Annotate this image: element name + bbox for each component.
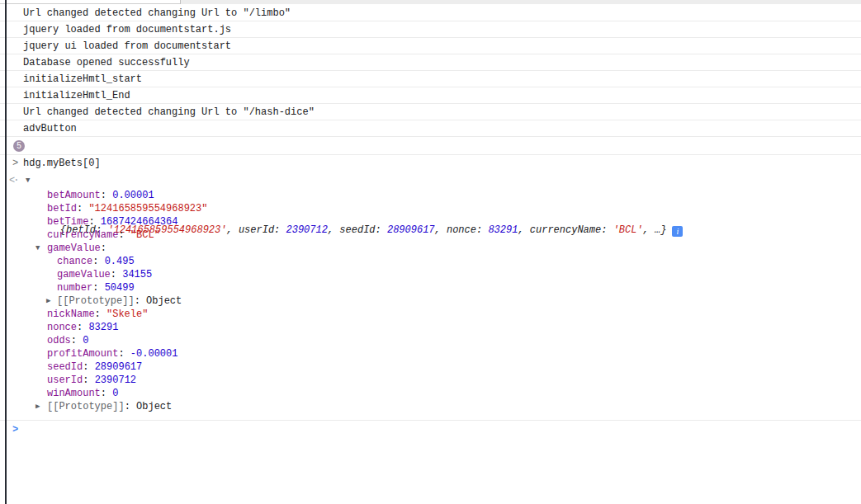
expand-arrow-icon[interactable] [35,242,40,255]
tree-row: chance0.495 [0,255,861,268]
command-text: hdg.myBets[0] [23,158,101,169]
command-chevron-icon [12,155,18,172]
console-command-row: hdg.myBets[0] [0,155,861,172]
tree-row: nonce83291 [0,321,861,334]
toolbar-bottom-edge-right [180,0,861,4]
console-log-row: Url changed detected changing Url to "/l… [0,5,861,21]
tree-row-prototype: [[Prototype]]Object [0,400,861,413]
console-message-list: Url changed detected changing Url to "/l… [0,5,861,438]
tree-row: profitAmount-0.00001 [0,347,861,360]
tree-row: betTime1687424664364 [0,215,861,228]
prompt-chevron-icon [12,421,18,439]
tree-row: gameValue34155 [0,268,861,281]
console-log-row: Database opened successfully [0,54,861,71]
tree-row: betAmount0.00001 [0,189,861,202]
tree-row: seedId28909617 [0,360,861,374]
console-log-row: Url changed detected changing Url to "/h… [0,104,861,120]
panel-left-divider [5,0,7,504]
tree-row: currencyName"BCL" [0,228,861,242]
tree-row: winAmount0 [0,387,861,400]
console-log-row: advButton [0,120,861,137]
console-log-row: jquery ui loaded from documentstart [0,38,861,54]
object-tree: betAmount0.00001 betId"12416585955496892… [0,189,861,413]
console-log-row: initializeHmtl_start [0,71,861,87]
console-log-row: jquery loaded from documentstart.js [0,21,861,38]
console-result-row: {betId'124165859554968923'userId2390712s… [0,172,861,189]
console-log-row: initializeHmtl_End [0,87,861,104]
tree-row: betId"124165859554968923" [0,202,861,215]
tree-row: userId2390712 [0,374,861,387]
message-count-badge: 5 [13,140,25,152]
tree-row: nickName"Skele" [0,308,861,321]
devtools-console-panel: { "colors": { "key_purple": "#881391", "… [0,0,861,504]
result-arrow-icon [9,172,17,189]
tree-row-prototype: [[Prototype]]Object [0,294,861,308]
tree-row: odds0 [0,334,861,347]
tree-row: gameValue [0,242,861,255]
console-input[interactable] [0,420,861,438]
expand-arrow-icon[interactable] [26,172,30,189]
expand-arrow-icon[interactable] [46,294,50,308]
toolbar-bottom-edge [0,0,861,4]
expand-arrow-icon[interactable] [35,400,40,413]
console-count-row: 5 [0,137,861,155]
tree-row: number50499 [0,281,861,294]
